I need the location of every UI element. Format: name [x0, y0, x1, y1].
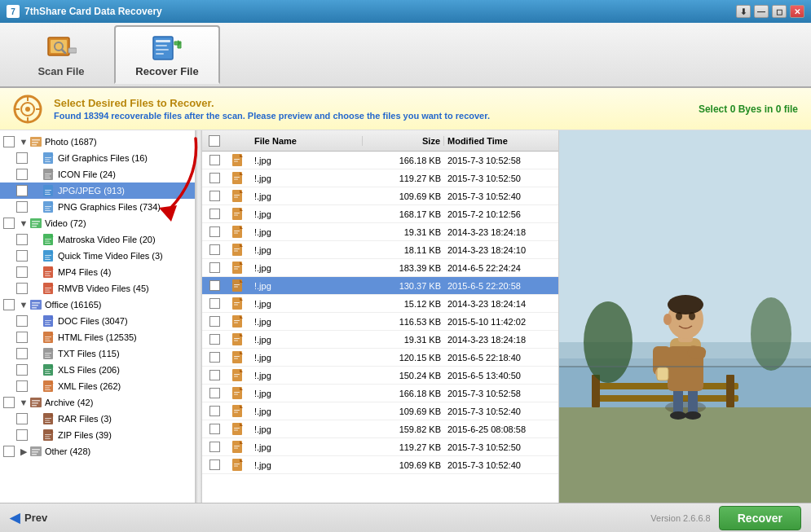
- row-checkbox[interactable]: [209, 226, 220, 237]
- file-checkbox[interactable]: [202, 406, 227, 416]
- file-checkbox[interactable]: [202, 316, 227, 327]
- tree-checkbox-video[interactable]: [3, 218, 15, 229]
- tree-checkbox-xml[interactable]: [16, 380, 28, 392]
- tree-item-rar[interactable]: RAR Files (3): [0, 411, 195, 427]
- file-row[interactable]: !.jpg119.27 KB2015-7-3 10:52:50: [202, 169, 558, 187]
- tree-item-zip[interactable]: ZIP Files (39): [0, 427, 195, 443]
- tree-item-doc[interactable]: DOC Files (3047): [0, 313, 195, 329]
- recover-tab[interactable]: Recover File: [114, 25, 220, 84]
- tree-arrow-other[interactable]: ▶: [18, 446, 29, 457]
- tree-item-gif[interactable]: Gif Graphics Files (16): [0, 150, 195, 166]
- header-checkbox[interactable]: [202, 135, 227, 147]
- file-checkbox[interactable]: [202, 298, 227, 309]
- tree-checkbox-xls[interactable]: [16, 364, 28, 376]
- tree-checkbox-photo[interactable]: [3, 136, 15, 147]
- tree-checkbox-png[interactable]: [16, 201, 28, 213]
- tree-checkbox-zip[interactable]: [16, 429, 28, 441]
- tree-checkbox-other[interactable]: [3, 446, 15, 457]
- file-checkbox[interactable]: [202, 334, 227, 345]
- row-checkbox[interactable]: [209, 280, 220, 291]
- tree-item-mkv[interactable]: Matroska Video File (20): [0, 231, 195, 248]
- tree-checkbox-mp4[interactable]: [16, 266, 28, 278]
- tree-arrow-video[interactable]: ▼: [18, 218, 29, 228]
- file-row[interactable]: !.jpg19.31 KB2014-3-23 18:24:18: [202, 331, 558, 349]
- tree-item-other[interactable]: ▶Other (428): [0, 443, 195, 459]
- file-row[interactable]: !.jpg119.27 KB2015-7-3 10:52:50: [202, 438, 558, 456]
- restore-button[interactable]: ◻: [772, 5, 787, 18]
- tree-item-office[interactable]: ▼Office (16165): [0, 297, 195, 313]
- row-checkbox[interactable]: [209, 191, 220, 201]
- file-row[interactable]: !.jpg166.18 KB2015-7-3 10:52:58: [202, 152, 558, 169]
- file-row[interactable]: !.jpg130.37 KB2015-6-5 22:20:58: [202, 277, 558, 295]
- tree-checkbox-rar[interactable]: [16, 413, 28, 424]
- file-row[interactable]: !.jpg109.69 KB2015-7-3 10:52:40: [202, 187, 558, 205]
- file-checkbox[interactable]: [202, 173, 227, 183]
- tree-item-archive[interactable]: ▼Archive (42): [0, 394, 195, 411]
- row-checkbox[interactable]: [209, 424, 220, 434]
- tree-item-png[interactable]: PNG Graphics Files (734): [0, 199, 195, 215]
- tree-checkbox-rmvb[interactable]: [16, 283, 28, 294]
- tree-item-rmvb[interactable]: RMVB Video Files (45): [0, 280, 195, 297]
- tree-arrow-archive[interactable]: ▼: [18, 398, 29, 407]
- row-checkbox[interactable]: [209, 459, 220, 470]
- file-checkbox[interactable]: [202, 226, 227, 237]
- tree-item-html[interactable]: HTML Files (12535): [0, 329, 195, 345]
- tree-item-video[interactable]: ▼Video (72): [0, 215, 195, 231]
- row-checkbox[interactable]: [209, 352, 220, 363]
- row-checkbox[interactable]: [209, 209, 220, 219]
- tree-arrow-photo[interactable]: ▼: [18, 137, 29, 147]
- tree-checkbox-mkv[interactable]: [16, 234, 28, 245]
- file-checkbox[interactable]: [202, 459, 227, 470]
- file-checkbox[interactable]: [202, 424, 227, 434]
- tree-checkbox-doc[interactable]: [16, 315, 28, 327]
- file-checkbox[interactable]: [202, 262, 227, 273]
- download-button[interactable]: ⬇: [736, 5, 751, 18]
- file-row[interactable]: !.jpg109.69 KB2015-7-3 10:52:40: [202, 456, 558, 474]
- row-checkbox[interactable]: [209, 388, 220, 398]
- row-checkbox[interactable]: [209, 334, 220, 345]
- tree-item-xml[interactable]: XML Files (262): [0, 378, 195, 394]
- file-row[interactable]: !.jpg18.11 KB2014-3-23 18:24:10: [202, 241, 558, 259]
- recover-button[interactable]: Recover: [719, 506, 801, 530]
- file-row[interactable]: !.jpg116.53 KB2015-5-10 11:42:02: [202, 313, 558, 331]
- file-row[interactable]: !.jpg19.31 KB2014-3-23 18:24:18: [202, 223, 558, 241]
- file-checkbox[interactable]: [202, 388, 227, 398]
- header-size[interactable]: Size: [363, 136, 444, 146]
- tree-item-txt[interactable]: TXT Files (115): [0, 345, 195, 362]
- minimize-button[interactable]: —: [754, 5, 769, 18]
- file-checkbox[interactable]: [202, 155, 227, 165]
- close-button[interactable]: ✕: [790, 5, 804, 18]
- tree-item-photo[interactable]: ▼Photo (1687): [0, 134, 195, 150]
- header-name[interactable]: File Name: [251, 136, 363, 146]
- file-row[interactable]: !.jpg120.15 KB2015-6-5 22:18:40: [202, 349, 558, 367]
- file-row[interactable]: !.jpg168.17 KB2015-7-2 10:12:56: [202, 205, 558, 223]
- file-row[interactable]: !.jpg150.24 KB2015-6-5 13:40:50: [202, 367, 558, 385]
- row-checkbox[interactable]: [209, 298, 220, 309]
- file-checkbox[interactable]: [202, 191, 227, 201]
- tree-item-xls[interactable]: XLS Files (206): [0, 362, 195, 378]
- row-checkbox[interactable]: [209, 262, 220, 273]
- file-checkbox[interactable]: [202, 280, 227, 291]
- row-checkbox[interactable]: [209, 370, 220, 380]
- tree-checkbox-qt[interactable]: [16, 250, 28, 262]
- tree-checkbox-html[interactable]: [16, 332, 28, 343]
- file-row[interactable]: !.jpg183.39 KB2014-6-5 22:24:24: [202, 259, 558, 277]
- row-checkbox[interactable]: [209, 316, 220, 327]
- select-all-checkbox[interactable]: [209, 135, 220, 147]
- tree-arrow-office[interactable]: ▼: [18, 300, 29, 310]
- header-time[interactable]: Modified Time: [444, 136, 558, 146]
- file-checkbox[interactable]: [202, 209, 227, 219]
- tree-item-jpg[interactable]: JPG/JPEG (913): [0, 182, 195, 199]
- file-checkbox[interactable]: [202, 370, 227, 380]
- row-checkbox[interactable]: [209, 442, 220, 452]
- file-row[interactable]: !.jpg109.69 KB2015-7-3 10:52:40: [202, 402, 558, 420]
- file-row[interactable]: !.jpg166.18 KB2015-7-3 10:52:58: [202, 385, 558, 402]
- tree-checkbox-office[interactable]: [3, 299, 15, 310]
- file-row[interactable]: !.jpg15.12 KB2014-3-23 18:24:14: [202, 295, 558, 313]
- file-checkbox[interactable]: [202, 352, 227, 363]
- prev-button[interactable]: ◀ Prev: [10, 510, 47, 525]
- file-checkbox[interactable]: [202, 244, 227, 255]
- panel-divider[interactable]: [196, 130, 202, 503]
- tree-checkbox-gif[interactable]: [16, 152, 28, 164]
- scan-tab[interactable]: Scan File: [8, 25, 114, 84]
